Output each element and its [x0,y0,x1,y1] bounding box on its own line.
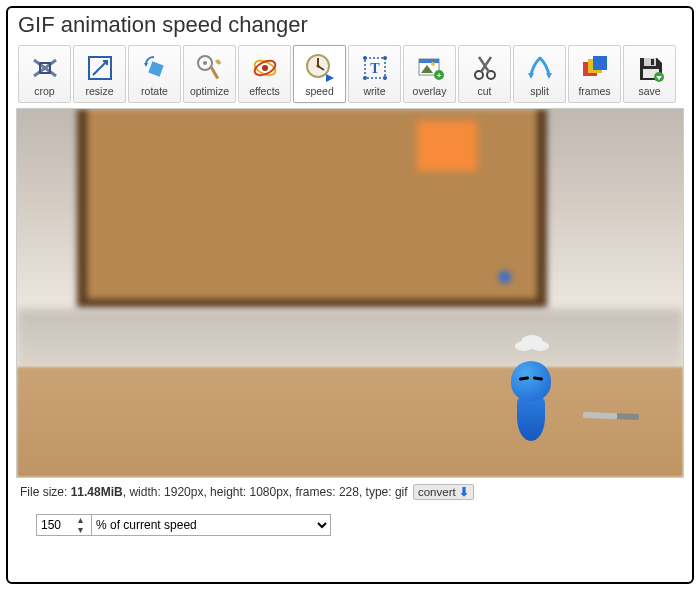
svg-point-9 [262,65,268,71]
tool-label: speed [305,86,334,97]
tool-crop[interactable]: crop [18,45,71,103]
frames-value: 228 [339,485,359,499]
tool-split[interactable]: split [513,45,566,103]
frames-icon [578,51,612,85]
overlay-icon: + [413,51,447,85]
page-title: GIF animation speed changer [18,12,692,38]
effects-icon [248,51,282,85]
speed-icon [303,51,337,85]
speed-input[interactable] [36,514,94,536]
tool-frames[interactable]: frames [568,45,621,103]
file-size-value: 11.48MiB [71,485,123,499]
resize-icon [83,51,117,85]
tool-label: crop [34,86,54,97]
write-icon: T [358,51,392,85]
tool-optimize[interactable]: optimize [183,45,236,103]
svg-marker-27 [528,73,534,79]
optimize-icon [193,51,227,85]
download-icon: ⬇ [459,486,469,498]
type-value: gif [395,485,408,499]
width-label: , width: [123,485,164,499]
svg-marker-12 [326,74,334,82]
frames-label: , frames: [289,485,339,499]
svg-rect-32 [644,58,656,66]
desk-surface [17,367,683,477]
svg-rect-33 [651,59,654,65]
tool-effects[interactable]: effects [238,45,291,103]
sticky-note [417,121,477,171]
file-size-label: File size: [20,485,71,499]
tool-resize[interactable]: resize [73,45,126,103]
svg-rect-6 [210,67,219,80]
preview-image [16,108,684,478]
cut-icon [468,51,502,85]
tool-label: resize [85,86,113,97]
tool-cut[interactable]: cut [458,45,511,103]
tool-label: cut [477,86,491,97]
wall [17,309,683,369]
svg-point-18 [383,76,387,80]
push-pin [499,271,511,283]
height-label: , height: [203,485,249,499]
tool-write[interactable]: T write [348,45,401,103]
tool-label: write [363,86,385,97]
tool-label: frames [578,86,610,97]
tool-overlay[interactable]: + overlay [403,45,456,103]
svg-point-22 [431,62,435,66]
svg-point-17 [363,76,367,80]
speed-controls: ▴▾ % of current speed [36,514,692,536]
speed-unit-select[interactable]: % of current speed [91,514,331,536]
svg-rect-2 [148,62,163,77]
tool-label: overlay [413,86,447,97]
thought-cloud [521,335,543,349]
svg-point-5 [203,61,207,65]
convert-label: convert [418,486,456,498]
speed-stepper: ▴▾ [36,514,83,536]
svg-text:T: T [370,61,380,76]
svg-point-16 [383,56,387,60]
svg-marker-28 [546,73,552,79]
tool-label: split [530,86,549,97]
type-label: , type: [359,485,395,499]
svg-text:+: + [436,71,441,80]
crop-icon [28,51,62,85]
save-icon [633,51,667,85]
toolbar: crop resize rotate optimize effects [14,44,686,104]
height-value: 1080px [249,485,288,499]
width-value: 1920px [164,485,203,499]
tool-rotate[interactable]: rotate [128,45,181,103]
tool-label: optimize [190,86,229,97]
blue-character [509,361,553,441]
app-frame: GIF animation speed changer crop resize … [6,6,694,584]
svg-marker-3 [144,63,148,67]
svg-rect-31 [593,56,607,70]
svg-point-15 [363,56,367,60]
rotate-icon [138,51,172,85]
file-meta: File size: 11.48MiB, width: 1920px, heig… [20,484,692,500]
tool-label: rotate [141,86,168,97]
split-icon [523,51,557,85]
tool-speed[interactable]: speed [293,45,346,103]
svg-point-11 [316,65,319,68]
tool-label: effects [249,86,280,97]
svg-rect-20 [419,59,439,63]
corkboard [77,109,547,309]
tool-label: save [638,86,660,97]
tool-save[interactable]: save [623,45,676,103]
convert-button[interactable]: convert ⬇ [413,484,474,500]
